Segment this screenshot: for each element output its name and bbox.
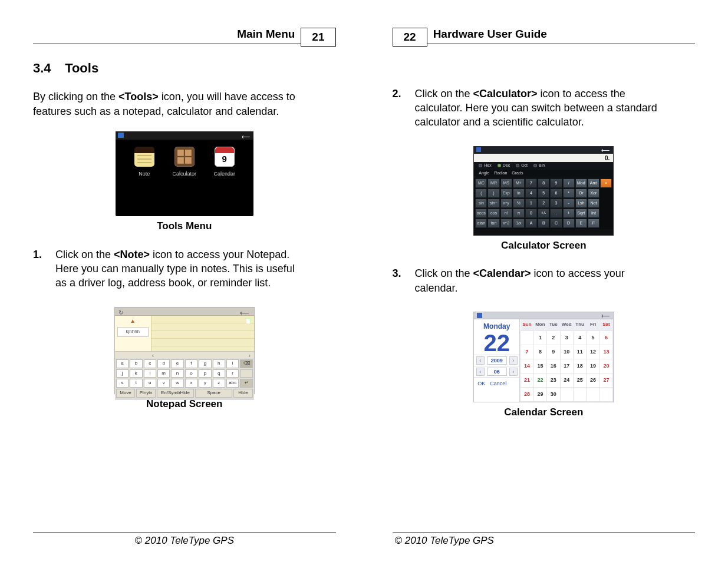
calendar-cell: 7 xyxy=(521,345,533,359)
calc-key: = xyxy=(600,178,612,188)
key xyxy=(240,369,252,378)
key: x xyxy=(185,379,197,388)
calc-key: 1/x xyxy=(513,219,525,228)
weekday-header: Fri xyxy=(587,319,599,330)
month-picker: ‹ 06 › xyxy=(474,366,519,377)
intro-paragraph: By clicking on the <Tools> icon, you wil… xyxy=(33,90,316,118)
notepad-screen: ↻ ⟵ ▲ kjhhhh abcdefghi⌫jklmnopqrstuvwxyz… xyxy=(114,307,255,394)
key: f xyxy=(185,359,197,368)
radio-hex: Hex xyxy=(479,163,491,168)
calc-key: B xyxy=(538,219,549,228)
radio-dec: Dec xyxy=(498,163,510,168)
calendar-cell: 17 xyxy=(560,359,573,373)
ok-cancel-row: OK Cancel xyxy=(474,377,519,389)
text: Click on the xyxy=(415,88,473,100)
calendar-day: 9 xyxy=(215,153,234,165)
calc-key: MR xyxy=(487,178,499,188)
calc-key: tan xyxy=(487,219,499,228)
settings-icon xyxy=(476,147,481,152)
calendar-cell: 3 xyxy=(560,330,573,345)
calendar-cell: 23 xyxy=(547,373,560,387)
calculator-icon xyxy=(174,147,195,167)
calc-key: Lsh xyxy=(575,199,587,208)
figure-tools-menu: ⟵ Note Calculator 9 xyxy=(116,131,253,233)
text-bold: <Tools> xyxy=(118,91,159,103)
keyboard-toolbar-item: Hide xyxy=(233,389,253,398)
key: r xyxy=(226,369,239,378)
calc-key: - xyxy=(563,199,575,208)
calc-key: 0 xyxy=(525,209,537,218)
key: g xyxy=(199,359,211,368)
weekday-name: Monday xyxy=(474,319,519,331)
calculator-screen: ⟵ 0. HexDecOctBin AngleRadianGrads MCMRM… xyxy=(473,146,614,236)
enter-icon: ↵ xyxy=(240,379,252,388)
calc-key: E xyxy=(575,219,587,228)
prev-year-icon: ‹ xyxy=(476,356,485,365)
calendar-cell: 16 xyxy=(547,359,560,373)
keyboard-toolbar-item: En/SymbHide xyxy=(157,389,194,398)
step-marker: 2. xyxy=(393,87,404,130)
calendar-cell xyxy=(521,330,533,345)
calc-key: n! xyxy=(500,209,512,218)
calendar-cell xyxy=(560,387,573,401)
calendar-cell: 21 xyxy=(521,373,533,387)
calendar-cell: 8 xyxy=(533,345,546,359)
calendar-cell: 15 xyxy=(533,359,546,373)
radio-grads: Grads xyxy=(512,170,523,176)
calendar-cell: 12 xyxy=(587,345,599,359)
key: i xyxy=(226,359,239,368)
radio-oct: Oct xyxy=(516,163,528,168)
key: v xyxy=(157,379,170,388)
radio-dot-icon xyxy=(479,164,482,167)
app-calculator: Calculator xyxy=(172,147,197,177)
note-area: ▲ kjhhhh xyxy=(115,316,254,351)
calendar-cell: 22 xyxy=(533,373,546,387)
key: t xyxy=(130,379,142,388)
calendar-cell: 25 xyxy=(573,373,586,387)
calc-key: x^2 xyxy=(500,219,512,228)
text-bold: <Calculator> xyxy=(473,88,538,100)
calendar-cell: 9 xyxy=(547,345,560,359)
key: u xyxy=(144,379,156,388)
back-arrow-icon: ⟵ xyxy=(601,312,610,320)
calc-key: sin xyxy=(475,199,487,208)
calendar-cell: 11 xyxy=(573,345,586,359)
titlebar: ⟵ xyxy=(116,131,253,140)
calendar-cell: 6 xyxy=(599,330,612,345)
text-bold: <Note> xyxy=(114,249,150,260)
key: j xyxy=(116,369,129,378)
calendar-cell: 14 xyxy=(521,359,533,373)
label: Hex xyxy=(484,163,491,168)
month-value: 06 xyxy=(487,368,507,376)
key: k xyxy=(130,369,142,378)
calc-key: ( xyxy=(475,189,487,198)
weekday-header: Mon xyxy=(533,319,546,330)
year-value: 2009 xyxy=(487,356,507,365)
calendar-side-panel: Monday 22 ‹ 2009 › ‹ 06 › xyxy=(474,319,520,402)
calc-key: % xyxy=(513,199,525,208)
calc-key: Sqrt xyxy=(575,209,587,218)
calendar-cell: 1 xyxy=(533,330,546,345)
year-picker: ‹ 2009 › xyxy=(474,355,519,366)
month-grid: SunMonTueWedThuFriSat1234567891011121314… xyxy=(520,319,613,402)
key: e xyxy=(171,359,183,368)
key: w xyxy=(171,379,183,388)
calendar-top-icon xyxy=(477,313,482,318)
calendar-cell: 24 xyxy=(560,373,573,387)
label: Grads xyxy=(512,171,523,175)
label: Angle xyxy=(479,171,489,175)
key: q xyxy=(213,369,225,378)
calc-key: 5 xyxy=(538,189,549,198)
cancel-label: Cancel xyxy=(490,380,506,387)
app-calendar: 9 Calendar xyxy=(212,147,238,177)
calendar-cell: 20 xyxy=(599,359,612,373)
step-marker: 1. xyxy=(33,247,45,290)
key: n xyxy=(171,369,183,378)
up-arrow-icon: ▲ xyxy=(115,316,151,325)
key: c xyxy=(144,359,156,368)
calc-key: F xyxy=(588,219,599,228)
section-title: Tools xyxy=(65,61,98,75)
weekday-header: Thu xyxy=(573,319,586,330)
keyboard-toolbar-item: Pinyin xyxy=(136,389,156,398)
figure-caption: Calculator Screen xyxy=(473,239,614,253)
